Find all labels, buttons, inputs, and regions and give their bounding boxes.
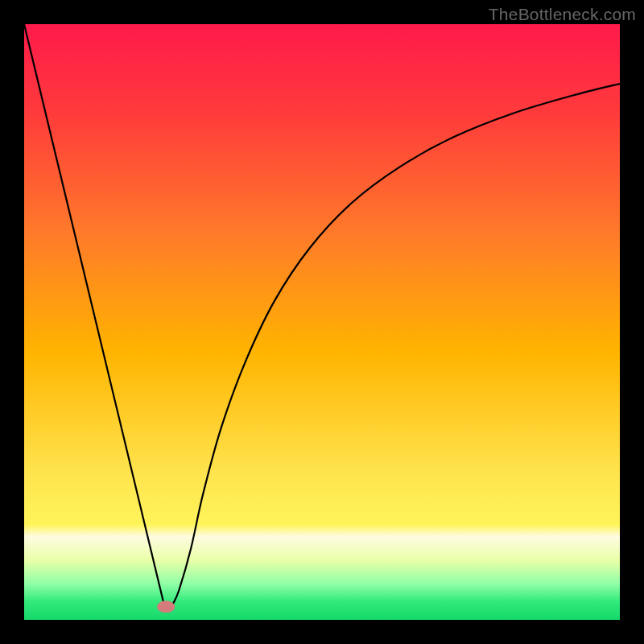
plot-area [24,24,620,620]
minimum-marker [157,601,175,613]
attribution-text: TheBottleneck.com [489,5,636,24]
chart-svg [24,24,620,620]
gradient-background [24,24,620,620]
chart-container: TheBottleneck.com [0,0,644,644]
